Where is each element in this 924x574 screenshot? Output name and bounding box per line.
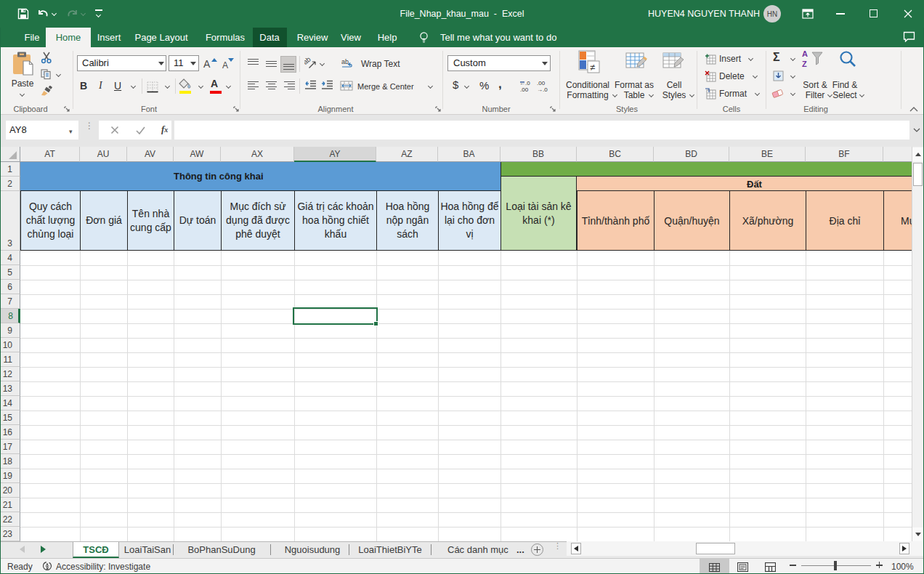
svg-text:.00: .00 xyxy=(520,86,529,92)
svg-text:→.0: →.0 xyxy=(537,86,548,92)
svg-text:≠: ≠ xyxy=(590,62,595,73)
svg-text:ab: ab xyxy=(304,57,312,66)
svg-text:←.0: ←.0 xyxy=(519,80,530,86)
svg-text:ab: ab xyxy=(341,58,349,65)
svg-text:.00: .00 xyxy=(537,80,546,86)
